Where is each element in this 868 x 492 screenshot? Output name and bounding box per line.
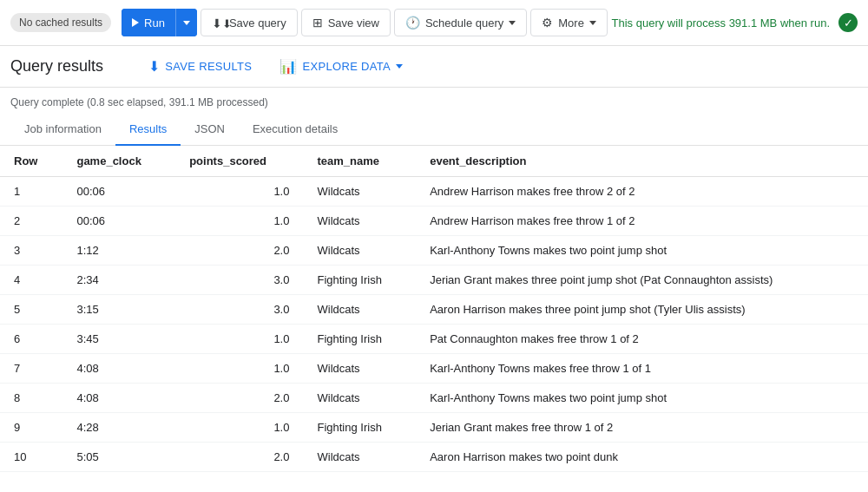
chart-icon: 📊 bbox=[279, 58, 297, 75]
run-label: Run bbox=[144, 16, 165, 30]
cell-row: 4 bbox=[0, 266, 62, 295]
save-results-button[interactable]: ⬇ SAVE RESULTS bbox=[138, 53, 262, 80]
cell-team_name: Fighting Irish bbox=[303, 413, 416, 443]
gear-icon: ⚙ bbox=[542, 16, 553, 30]
check-icon: ✓ bbox=[838, 13, 858, 32]
cell-team_name: Wildcats bbox=[303, 384, 416, 413]
col-header-game_clock: game_clock bbox=[62, 146, 175, 177]
table-row: 31:122.0WildcatsKarl-Anthony Towns makes… bbox=[0, 236, 868, 266]
tabs-container: Job informationResultsJSONExecution deta… bbox=[0, 114, 868, 146]
cell-team_name: Wildcats bbox=[303, 236, 416, 266]
cell-points_scored: 1.0 bbox=[175, 413, 303, 443]
cell-points_scored: 1.0 bbox=[175, 354, 303, 384]
table-row: 53:153.0WildcatsAaron Harrison makes thr… bbox=[0, 295, 868, 325]
cell-points_scored: 3.0 bbox=[175, 295, 303, 325]
save-icon: ⬇ bbox=[212, 16, 224, 29]
cell-team_name: Wildcats bbox=[303, 207, 416, 236]
cell-event_description: Karl-Anthony Towns makes two point jump … bbox=[416, 236, 868, 266]
cell-event_description: Jerian Grant makes free throw 1 of 2 bbox=[416, 413, 868, 443]
save-query-button[interactable]: ⬇ Save query bbox=[201, 9, 298, 36]
cell-event_description: Andrew Harrison makes free throw 2 of 2 bbox=[416, 177, 868, 207]
cell-event_description: Aaron Harrison makes three point jump sh… bbox=[416, 295, 868, 325]
table-row: 94:281.0Fighting IrishJerian Grant makes… bbox=[0, 413, 868, 443]
more-button[interactable]: ⚙ More bbox=[530, 9, 608, 36]
cell-row: 2 bbox=[0, 207, 62, 236]
col-header-Row: Row bbox=[0, 146, 62, 177]
table-row: 74:081.0WildcatsKarl-Anthony Towns makes… bbox=[0, 354, 868, 384]
cell-game_clock: 1:12 bbox=[62, 236, 175, 266]
cell-points_scored: 3.0 bbox=[175, 266, 303, 295]
run-button[interactable]: Run bbox=[122, 9, 176, 36]
cell-event_description: Pat Connaughton makes free throw 1 of 2 bbox=[416, 325, 868, 354]
explore-data-label: EXPLORE DATA bbox=[303, 60, 391, 73]
explore-data-button[interactable]: 📊 EXPLORE DATA bbox=[269, 53, 413, 80]
cell-event_description: Aaron Harrison makes two point dunk bbox=[416, 443, 868, 472]
cell-game_clock: 00:06 bbox=[62, 177, 175, 207]
cell-game_clock: 4:28 bbox=[62, 413, 175, 443]
cell-event_description: Jerian Grant makes three point jump shot… bbox=[416, 266, 868, 295]
info-message: This query will process 391.1 MB when ru… bbox=[612, 16, 830, 30]
explore-chevron-icon bbox=[396, 64, 403, 69]
status-text: Query complete (0.8 sec elapsed, 391.1 M… bbox=[10, 96, 268, 108]
cell-game_clock: 5:05 bbox=[62, 443, 175, 472]
schedule-query-label: Schedule query bbox=[425, 16, 503, 30]
table-row: 200:061.0WildcatsAndrew Harrison makes f… bbox=[0, 207, 868, 236]
cell-row: 10 bbox=[0, 443, 62, 472]
cell-points_scored: 1.0 bbox=[175, 177, 303, 207]
cell-game_clock: 2:34 bbox=[62, 266, 175, 295]
cell-points_scored: 2.0 bbox=[175, 384, 303, 413]
run-button-group[interactable]: Run bbox=[122, 9, 197, 36]
cell-points_scored: 1.0 bbox=[175, 207, 303, 236]
status-bar: Query complete (0.8 sec elapsed, 391.1 M… bbox=[0, 88, 868, 114]
save-results-label: SAVE RESULTS bbox=[165, 60, 252, 73]
table-row: 84:082.0WildcatsKarl-Anthony Towns makes… bbox=[0, 384, 868, 413]
more-label: More bbox=[558, 16, 584, 30]
chevron-down-icon bbox=[183, 21, 190, 25]
cell-event_description: Andrew Harrison makes free throw 1 of 2 bbox=[416, 207, 868, 236]
cell-team_name: Fighting Irish bbox=[303, 325, 416, 354]
save-query-label: Save query bbox=[229, 16, 286, 30]
cell-row: 3 bbox=[0, 236, 62, 266]
cell-row: 5 bbox=[0, 295, 62, 325]
sub-toolbar: Query results ⬇ SAVE RESULTS 📊 EXPLORE D… bbox=[0, 46, 868, 88]
save-view-label: Save view bbox=[328, 16, 379, 30]
cell-row: 9 bbox=[0, 413, 62, 443]
cell-team_name: Wildcats bbox=[303, 295, 416, 325]
cell-team_name: Fighting Irish bbox=[303, 266, 416, 295]
grid-icon: ⊞ bbox=[312, 16, 323, 30]
cell-game_clock: 4:08 bbox=[62, 384, 175, 413]
table-row: 42:343.0Fighting IrishJerian Grant makes… bbox=[0, 266, 868, 295]
tab-json[interactable]: JSON bbox=[181, 114, 239, 146]
col-header-team_name: team_name bbox=[303, 146, 416, 177]
cell-team_name: Wildcats bbox=[303, 177, 416, 207]
main-toolbar: No cached results Run ⬇ Save query ⊞ Sav… bbox=[0, 0, 868, 46]
tab-execution-details[interactable]: Execution details bbox=[239, 114, 352, 146]
table-row: 100:061.0WildcatsAndrew Harrison makes f… bbox=[0, 177, 868, 207]
table-row: 63:451.0Fighting IrishPat Connaughton ma… bbox=[0, 325, 868, 354]
col-header-event_description: event_description bbox=[416, 146, 868, 177]
schedule-chevron-icon bbox=[509, 21, 516, 25]
run-dropdown-button[interactable] bbox=[176, 9, 197, 36]
cell-team_name: Wildcats bbox=[303, 354, 416, 384]
cell-game_clock: 3:15 bbox=[62, 295, 175, 325]
tab-job-information[interactable]: Job information bbox=[10, 114, 115, 146]
cell-points_scored: 1.0 bbox=[175, 325, 303, 354]
save-view-button[interactable]: ⊞ Save view bbox=[301, 9, 391, 36]
cell-row: 1 bbox=[0, 177, 62, 207]
cached-badge: No cached results bbox=[10, 13, 111, 32]
cell-team_name: Wildcats bbox=[303, 443, 416, 472]
tab-results[interactable]: Results bbox=[115, 114, 181, 146]
cell-event_description: Karl-Anthony Towns makes two point jump … bbox=[416, 384, 868, 413]
col-header-points_scored: points_scored bbox=[175, 146, 303, 177]
table-row: 105:052.0WildcatsAaron Harrison makes tw… bbox=[0, 443, 868, 472]
cell-event_description: Karl-Anthony Towns makes free throw 1 of… bbox=[416, 354, 868, 384]
cell-game_clock: 4:08 bbox=[62, 354, 175, 384]
results-table: Rowgame_clockpoints_scoredteam_nameevent… bbox=[0, 146, 868, 472]
explore-data-button-group[interactable]: 📊 EXPLORE DATA bbox=[269, 53, 413, 80]
schedule-query-button[interactable]: 🕐 Schedule query bbox=[394, 9, 527, 36]
cell-game_clock: 00:06 bbox=[62, 207, 175, 236]
results-table-wrapper: Rowgame_clockpoints_scoredteam_nameevent… bbox=[0, 146, 868, 472]
play-icon bbox=[132, 18, 139, 27]
page-title: Query results bbox=[10, 57, 103, 75]
cell-row: 7 bbox=[0, 354, 62, 384]
